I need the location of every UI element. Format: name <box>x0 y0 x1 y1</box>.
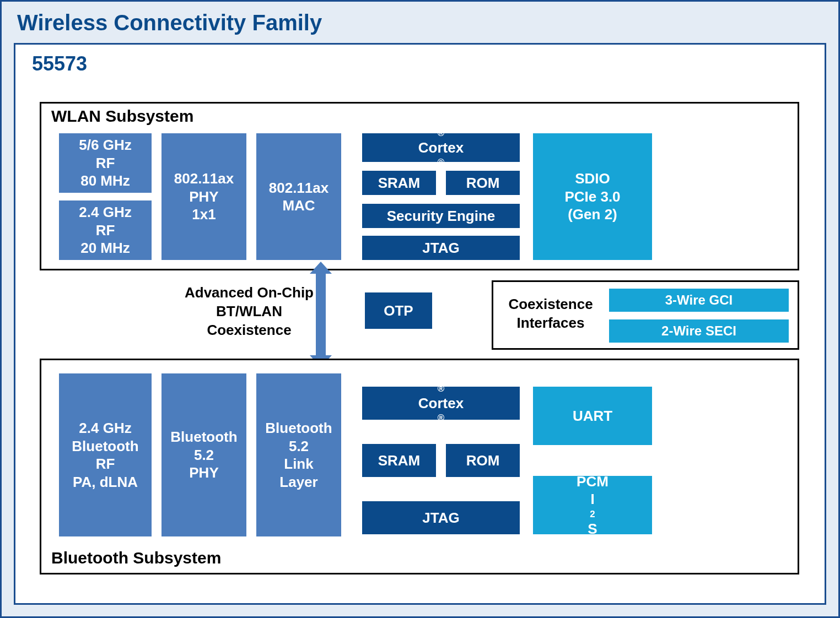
wlan-phy: 802.11axPHY1x1 <box>160 132 247 261</box>
wlan-security-engine: Security Engine <box>361 203 521 229</box>
wlan-host-interface: SDIOPCIe 3.0(Gen 2) <box>532 132 653 261</box>
wlan-jtag: JTAG <box>361 235 521 261</box>
seci-block: 2-Wire SECI <box>608 318 790 344</box>
wlan-rf-24ghz: 2.4 GHzRF20 MHz <box>58 199 153 261</box>
onchip-coexistence-label: Advanced On-ChipBT/WLANCoexistence <box>177 284 321 339</box>
bt-rom: ROM <box>445 443 521 478</box>
bt-rf: 2.4 GHzBluetoothRFPA, dLNA <box>58 372 153 538</box>
wlan-mac: 802.11axMAC <box>255 132 342 261</box>
bt-pcm-i2s: PCMI2S <box>532 475 653 535</box>
wlan-title: WLAN Subsystem <box>51 107 193 126</box>
mid-row: Advanced On-ChipBT/WLANCoexistence OTP C… <box>40 280 799 349</box>
bt-phy: Bluetooth5.2PHY <box>160 372 247 538</box>
gci-block: 3-Wire GCI <box>608 288 790 313</box>
otp-block: OTP <box>364 291 433 330</box>
wlan-rom: ROM <box>445 170 521 196</box>
coexistence-interfaces-label: CoexistenceInterfaces <box>501 295 600 333</box>
bt-sram: SRAM <box>361 443 437 478</box>
family-title: Wireless Connectivity Family <box>17 10 826 35</box>
bt-link-layer: Bluetooth5.2LinkLayer <box>255 372 342 538</box>
chip-frame: 55573 WLAN Subsystem 5/6 GHzRF80 MHz 2.4… <box>14 43 826 605</box>
coexistence-interfaces-box: CoexistenceInterfaces 3-Wire GCI 2-Wire … <box>492 280 799 350</box>
family-frame: Wireless Connectivity Family 55573 WLAN … <box>0 0 840 618</box>
wlan-sram: SRAM <box>361 170 437 196</box>
coexistence-arrow-icon <box>316 273 326 356</box>
bt-uart: UART <box>532 386 653 446</box>
wlan-subsystem: WLAN Subsystem 5/6 GHzRF80 MHz 2.4 GHzRF… <box>40 102 799 270</box>
bt-jtag: JTAG <box>361 500 521 535</box>
bluetooth-title: Bluetooth Subsystem <box>51 549 221 567</box>
wlan-rf-56ghz: 5/6 GHzRF80 MHz <box>58 132 153 194</box>
wlan-cpu: Arm® Cortex® R4 <box>361 132 521 163</box>
chip-id: 55573 <box>32 52 810 75</box>
bluetooth-subsystem: Bluetooth Subsystem 2.4 GHzBluetoothRFPA… <box>40 359 799 574</box>
bt-cpu: Arm® Cortex® M33 <box>361 386 521 421</box>
